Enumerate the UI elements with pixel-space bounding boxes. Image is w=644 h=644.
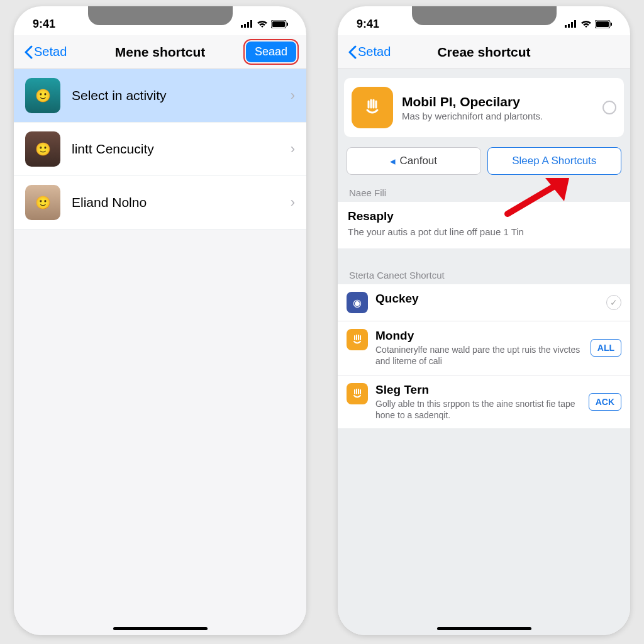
shortcut-row[interactable]: Sleg Tern Golly able tn this srppon ts t… bbox=[338, 375, 630, 428]
content-right: Mobil PI, Opecilary Mas by werichnifort … bbox=[338, 69, 630, 635]
status-indicators bbox=[565, 20, 613, 28]
svg-rect-9 bbox=[571, 22, 573, 28]
cellular-icon bbox=[565, 20, 577, 28]
cellular-icon bbox=[241, 20, 253, 28]
check-icon[interactable]: ✓ bbox=[606, 295, 621, 310]
contact-row[interactable]: 🙂 lintt Cencucity › bbox=[14, 123, 306, 176]
triangle-left-icon: ◂ bbox=[390, 155, 396, 168]
back-label: Setad bbox=[34, 45, 67, 59]
chevron-right-icon: › bbox=[291, 87, 295, 104]
radio-unselected[interactable] bbox=[602, 101, 616, 114]
shortcut-icon bbox=[347, 329, 368, 350]
avatar: 🙂 bbox=[25, 78, 60, 113]
svg-rect-2 bbox=[247, 22, 249, 28]
battery-icon bbox=[271, 20, 289, 28]
shortcut-icon: ◉ bbox=[347, 292, 368, 313]
content-left: 🙂 Select in activity › 🙂 lintt Cencucity… bbox=[14, 69, 306, 635]
avatar: 🙂 bbox=[25, 185, 60, 220]
svg-rect-6 bbox=[287, 23, 288, 26]
back-button[interactable]: Setad bbox=[24, 45, 67, 59]
battery-icon bbox=[595, 20, 613, 28]
status-time: 9:41 bbox=[357, 18, 379, 31]
contact-name: lintt Cencucity bbox=[72, 142, 154, 157]
segment-row: ◂ Canfout Sleep A Shortcuts bbox=[338, 147, 630, 181]
nav-bar-right: Setad Creae shortcut bbox=[338, 35, 630, 69]
shortcut-icon bbox=[347, 383, 368, 404]
chevron-left-icon bbox=[348, 45, 357, 59]
app-subtitle: Mas by werichnifort and plartonts. bbox=[402, 111, 594, 121]
phone-left: 9:41 Setad Mene shortcut Seaad 🙂 Select … bbox=[14, 6, 306, 635]
shortcut-title: Quckey bbox=[375, 292, 599, 306]
wifi-icon bbox=[580, 20, 592, 28]
description-title: Resaply bbox=[348, 209, 620, 223]
status-indicators bbox=[241, 20, 289, 28]
home-indicator bbox=[113, 627, 208, 630]
svg-rect-13 bbox=[611, 23, 612, 26]
shortcut-row[interactable]: ◉ Quckey ✓ bbox=[338, 284, 630, 321]
shortcut-row[interactable]: Mondy Cotaninerylfe nane wald pare the u… bbox=[338, 321, 630, 374]
svg-rect-3 bbox=[250, 20, 252, 28]
contact-name: Select in activity bbox=[72, 88, 167, 103]
save-button[interactable]: Seaad bbox=[246, 42, 296, 62]
chevron-right-icon: › bbox=[291, 141, 295, 157]
status-time: 9:41 bbox=[33, 18, 55, 31]
notch bbox=[412, 6, 557, 25]
all-button[interactable]: ALL bbox=[591, 339, 621, 357]
app-card[interactable]: Mobil PI, Opecilary Mas by werichnifort … bbox=[344, 78, 624, 137]
ack-button[interactable]: ACK bbox=[589, 393, 621, 411]
app-icon bbox=[352, 87, 393, 128]
chevron-left-icon bbox=[24, 45, 33, 59]
back-button[interactable]: Setad bbox=[348, 45, 391, 59]
chevron-right-icon: › bbox=[291, 194, 295, 211]
section-header: Sterta Canect Shortcut bbox=[338, 264, 630, 284]
svg-rect-0 bbox=[241, 25, 243, 28]
back-label: Setad bbox=[358, 45, 391, 59]
avatar: 🙂 bbox=[25, 131, 60, 167]
shortcut-subtitle: Golly able tn this srppon ts the aine sn… bbox=[375, 398, 581, 421]
svg-rect-7 bbox=[565, 25, 567, 28]
sleep-shortcuts-button[interactable]: Sleep A Shortcuts bbox=[487, 147, 622, 175]
wifi-icon bbox=[257, 20, 268, 28]
description-card: Resaply The your autis a pot dut line of… bbox=[338, 202, 630, 248]
svg-rect-8 bbox=[568, 24, 570, 28]
svg-rect-5 bbox=[272, 21, 285, 27]
notch bbox=[88, 6, 233, 25]
svg-rect-12 bbox=[596, 21, 609, 27]
contact-row[interactable]: 🙂 Eliand Nolno › bbox=[14, 176, 306, 230]
svg-rect-10 bbox=[574, 20, 576, 28]
shortcut-title: Sleg Tern bbox=[375, 383, 581, 397]
canfout-button[interactable]: ◂ Canfout bbox=[347, 147, 481, 175]
nav-bar-left: Setad Mene shortcut Seaad bbox=[14, 35, 306, 69]
svg-rect-1 bbox=[244, 24, 246, 28]
phone-right: 9:41 Setad Creae shortcut Mobil PI, Opec… bbox=[338, 6, 630, 635]
contact-name: Eliand Nolno bbox=[72, 195, 147, 210]
shortcut-title: Mondy bbox=[375, 329, 583, 343]
home-indicator bbox=[437, 627, 531, 630]
description-body: The your autis a pot dut line off paue 1… bbox=[348, 226, 620, 238]
contact-row[interactable]: 🙂 Select in activity › bbox=[14, 69, 306, 123]
app-title: Mobil PI, Opecilary bbox=[402, 94, 594, 109]
shortcut-subtitle: Cotaninerylfe nane wald pare the upt rui… bbox=[375, 344, 583, 367]
section-header: Naee Fili bbox=[338, 181, 630, 202]
